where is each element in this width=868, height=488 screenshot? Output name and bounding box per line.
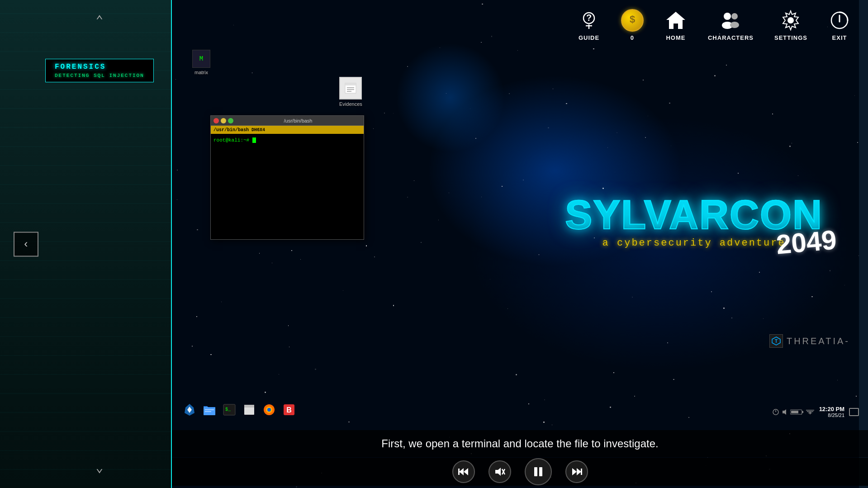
svg-marker-45 xyxy=(572,468,577,475)
terminal-close-btn[interactable] xyxy=(213,118,219,123)
coins-label: 0 xyxy=(631,34,634,41)
svg-point-5 xyxy=(724,13,731,20)
nav-settings[interactable]: SETTINGS xyxy=(766,5,816,46)
matrix-icon-label: matrix xyxy=(194,70,208,75)
svg-point-7 xyxy=(731,13,738,19)
nav-exit[interactable]: EXIT xyxy=(820,5,859,46)
nav-guide[interactable]: ? GUIDE xyxy=(569,5,608,46)
forensics-title: FORENSICS xyxy=(55,63,144,71)
home-label: HOME xyxy=(666,34,685,41)
matrix-icon-image: M xyxy=(192,50,210,68)
media-controls xyxy=(172,458,868,486)
guide-label: GUIDE xyxy=(579,34,599,41)
svg-marker-38 xyxy=(464,468,468,475)
star xyxy=(348,422,349,422)
svg-rect-20 xyxy=(205,409,214,410)
tray-icon-volume xyxy=(781,408,788,416)
home-icon xyxy=(664,9,687,32)
down-arrow-button[interactable]: ⌄ xyxy=(84,456,115,479)
terminal-path-bar: /usr/bin/bash DH6X4 xyxy=(211,126,364,134)
threatia-name: THREATIA- xyxy=(787,336,850,346)
forensics-subtitle: DETECTING SQL INJECTION xyxy=(55,73,144,78)
terminal-window: /usr/bin/bash /usr/bin/bash DH6X4 root@k… xyxy=(210,115,364,240)
system-clock: 12:20 PM 8/25/21 xyxy=(819,406,844,418)
exit-icon xyxy=(828,9,851,32)
coin-icon: $ xyxy=(621,9,644,32)
svg-rect-35 xyxy=(802,411,803,413)
tray-icon-network xyxy=(806,409,815,415)
star xyxy=(543,422,545,423)
sylvarcon-logo-area: SYLVARCON a cybersecurity adventure 2049 xyxy=(565,194,823,249)
terminal-titlebar: /usr/bin/bash xyxy=(211,116,364,126)
logo-year: 2049 xyxy=(775,224,838,260)
svg-marker-33 xyxy=(783,409,786,415)
star xyxy=(552,425,552,425)
matrix-desktop-icon[interactable]: M matrix xyxy=(192,50,210,75)
taskbar-filemanager-icon[interactable] xyxy=(201,401,218,418)
pause-button[interactable] xyxy=(525,458,552,485)
exit-label: EXIT xyxy=(832,34,847,41)
subtitle-bar: First, we open a terminal and locate the… xyxy=(172,430,868,457)
svg-point-8 xyxy=(730,22,739,28)
svg-rect-43 xyxy=(534,467,537,476)
terminal-title: /usr/bin/bash xyxy=(235,118,361,123)
svg-rect-36 xyxy=(791,411,798,413)
forward-button[interactable] xyxy=(565,460,588,483)
clock-date: 8/25/21 xyxy=(819,412,844,418)
nav-home[interactable]: HOME xyxy=(656,5,695,46)
svg-marker-46 xyxy=(577,468,581,475)
taskbar-firefox-icon[interactable] xyxy=(261,401,278,418)
svg-text:T: T xyxy=(775,339,778,344)
tray-icon-1 xyxy=(772,408,779,416)
svg-rect-13 xyxy=(345,83,356,85)
system-tray: 12:20 PM 8/25/21 xyxy=(772,406,859,418)
svg-text:$_: $_ xyxy=(225,407,231,412)
characters-icon xyxy=(719,9,742,32)
down-chevron-icon: ⌄ xyxy=(96,460,104,475)
rewind-button[interactable] xyxy=(452,460,475,483)
threatia-logo: T THREATIA- xyxy=(769,334,850,348)
svg-point-28 xyxy=(267,408,271,412)
star xyxy=(296,486,297,488)
mute-button[interactable] xyxy=(489,460,511,483)
svg-rect-47 xyxy=(581,469,582,475)
clock-time: 12:20 PM xyxy=(819,406,844,412)
svg-text:?: ? xyxy=(586,13,592,23)
taskbar-kali-icon[interactable] xyxy=(181,401,198,418)
taskbar: $_ B xyxy=(172,398,868,421)
taskbar-burpsuite-icon[interactable]: B xyxy=(280,401,298,418)
svg-marker-4 xyxy=(666,12,685,29)
top-navigation: ? GUIDE $ 0 HOME xyxy=(0,0,868,50)
nav-characters[interactable]: CHARACTERS xyxy=(700,5,762,46)
settings-label: SETTINGS xyxy=(774,34,807,41)
svg-rect-21 xyxy=(205,411,211,412)
taskbar-files-icon[interactable] xyxy=(241,401,258,418)
svg-rect-25 xyxy=(244,405,254,407)
terminal-maximize-btn[interactable] xyxy=(228,118,233,123)
tray-icon-battery xyxy=(790,409,804,415)
terminal-minimize-btn[interactable] xyxy=(221,118,226,123)
evidences-icon-image xyxy=(339,77,362,99)
svg-rect-44 xyxy=(539,467,542,476)
svg-rect-39 xyxy=(458,469,460,475)
terminal-path: /usr/bin/bash DH6X4 xyxy=(213,128,265,133)
forensics-panel: FORENSICS DETECTING SQL INJECTION xyxy=(45,59,154,82)
evidences-desktop-icon[interactable]: Evidences xyxy=(339,77,362,107)
threatia-icon: T xyxy=(769,334,783,348)
left-nav-button[interactable]: ‹ xyxy=(14,232,38,256)
guide-icon: ? xyxy=(578,9,600,32)
terminal-cursor xyxy=(252,137,256,143)
taskbar-terminal-icon[interactable]: $_ xyxy=(221,401,238,418)
svg-marker-40 xyxy=(495,468,501,476)
subtitle-text: First, we open a terminal and locate the… xyxy=(381,437,658,450)
characters-label: CHARACTERS xyxy=(708,34,754,41)
left-chevron-icon: ‹ xyxy=(23,238,29,250)
desktop-area: M matrix Evidences /usr/bin/bash /usr/bi… xyxy=(172,50,868,420)
monitor-icon xyxy=(849,408,859,416)
settings-icon xyxy=(779,9,802,32)
terminal-prompt: root@kali:~# xyxy=(213,137,256,143)
nav-coins[interactable]: $ 0 xyxy=(613,5,652,46)
svg-marker-37 xyxy=(459,468,464,475)
sidebar: ⌃ FORENSICS DETECTING SQL INJECTION ‹ ⌄ xyxy=(0,0,172,488)
terminal-body[interactable]: root@kali:~# xyxy=(211,134,364,239)
